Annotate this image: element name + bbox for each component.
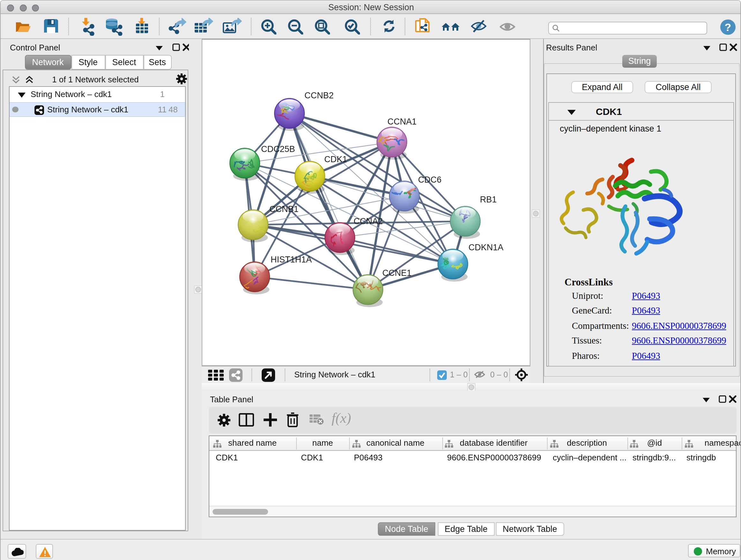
svg-text:CDKN1A: CDKN1A: [468, 243, 503, 252]
svg-text:CCNB2: CCNB2: [305, 91, 334, 100]
svg-text:CCNE1: CCNE1: [382, 268, 412, 278]
svg-text:CDC6: CDC6: [418, 175, 442, 185]
svg-text:?: ?: [725, 21, 731, 33]
svg-text:CCNA1: CCNA1: [387, 117, 417, 126]
svg-text:CDC25B: CDC25B: [261, 144, 295, 154]
svg-text:CDK1: CDK1: [324, 154, 347, 164]
svg-text:HIST1H1A: HIST1H1A: [271, 255, 312, 264]
svg-text:CCNB1: CCNB1: [269, 204, 299, 214]
svg-text:RB1: RB1: [480, 195, 497, 204]
svg-text:CCNA2: CCNA2: [354, 216, 383, 226]
